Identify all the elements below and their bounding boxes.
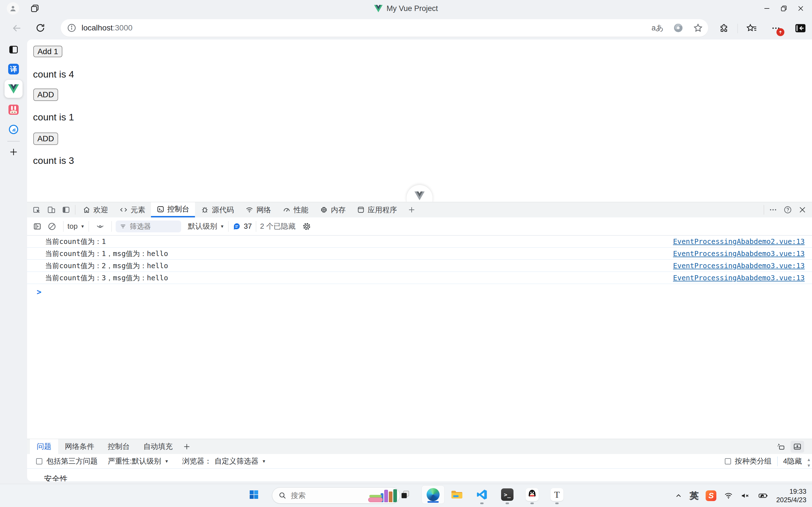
task-view-button[interactable] bbox=[398, 484, 413, 505]
battery-saver-icon[interactable] bbox=[758, 492, 769, 500]
blue-circle-app-icon[interactable] bbox=[0, 124, 27, 134]
inspect-element-icon[interactable] bbox=[29, 202, 44, 217]
source-link[interactable]: EventProcessingAbabdemo2.vue:13 bbox=[673, 237, 805, 245]
panel-layout-icon[interactable] bbox=[59, 202, 73, 217]
ime-language-indicator[interactable]: 英 bbox=[690, 490, 698, 502]
console-settings-gear-icon[interactable] bbox=[300, 222, 314, 231]
site-info-icon[interactable] bbox=[67, 23, 76, 33]
more-menu-icon[interactable] bbox=[768, 22, 784, 35]
clock-date: 2025/4/23 bbox=[776, 496, 806, 504]
devtools-more-options-icon[interactable] bbox=[766, 206, 780, 214]
add1-button[interactable]: Add 1 bbox=[33, 46, 62, 57]
console-row[interactable]: 当前count值为：1 EventProcessingAbabdemo2.vue… bbox=[27, 235, 812, 247]
wifi-tray-icon[interactable] bbox=[724, 492, 733, 500]
group-by-kind-checkbox[interactable] bbox=[725, 458, 731, 464]
live-expression-eye-icon[interactable] bbox=[93, 222, 108, 231]
translate-icon[interactable]: aあ bbox=[651, 23, 664, 33]
close-window-button[interactable] bbox=[792, 1, 809, 16]
console-row[interactable]: 当前count值为：3，msg值为：hello EventProcessingA… bbox=[27, 272, 812, 284]
swirl-discover-icon[interactable] bbox=[673, 23, 683, 33]
taskbar-edge-button[interactable] bbox=[422, 485, 445, 504]
devtools-help-icon[interactable] bbox=[780, 205, 795, 214]
back-icon[interactable] bbox=[12, 23, 22, 33]
taskbar-typora-button[interactable]: T bbox=[550, 484, 564, 505]
taskbar-terminal-button[interactable]: >_ bbox=[500, 484, 515, 505]
taskbar-qq-button[interactable] bbox=[525, 484, 539, 505]
scroll-down-icon[interactable]: ▼ bbox=[807, 463, 811, 467]
favorites-bar-icon[interactable] bbox=[746, 23, 757, 33]
hidden-messages-label[interactable]: 2 个已隐藏 bbox=[260, 221, 296, 231]
level-filter-dropdown[interactable]: 默认级别▼ bbox=[188, 221, 224, 231]
favorite-star-icon[interactable] bbox=[693, 23, 703, 33]
third-party-checkbox[interactable] bbox=[36, 458, 42, 464]
drawer-add-tab-icon[interactable] bbox=[179, 443, 194, 451]
taskbar-vscode-button[interactable] bbox=[475, 484, 489, 505]
translate-app-icon[interactable]: 译 bbox=[0, 64, 27, 74]
minimize-button[interactable] bbox=[758, 1, 775, 16]
drawer-tab-autofill[interactable]: 自动填充 bbox=[137, 439, 179, 454]
sidebar-toggle-icon[interactable] bbox=[795, 22, 806, 34]
console-message: 当前count值为：3，msg值为：hello bbox=[45, 273, 168, 283]
rabbit-app-icon[interactable] bbox=[0, 105, 27, 115]
drawer-scrollbar[interactable]: ▲▼ bbox=[807, 457, 811, 467]
add-button-2[interactable]: ADD bbox=[33, 132, 58, 145]
scroll-up-icon[interactable]: ▲ bbox=[807, 457, 811, 462]
tab-welcome[interactable]: 欢迎 bbox=[77, 202, 114, 217]
tab-network[interactable]: 网络 bbox=[239, 202, 277, 217]
console-messages: 当前count值为：1 EventProcessingAbabdemo2.vue… bbox=[27, 235, 812, 297]
taskbar-search[interactable] bbox=[272, 487, 400, 504]
filter-input[interactable] bbox=[130, 222, 172, 230]
browser-filter-value[interactable]: 自定义筛选器 bbox=[214, 456, 259, 466]
taskbar-explorer-button[interactable] bbox=[449, 484, 464, 505]
rail-add-icon[interactable] bbox=[0, 147, 27, 157]
sidebar-pane-icon[interactable] bbox=[0, 45, 27, 55]
tab-elements[interactable]: 元素 bbox=[114, 202, 151, 217]
taskbar-clock[interactable]: 19:33 2025/4/23 bbox=[776, 487, 806, 504]
source-link[interactable]: EventProcessingAbabdemo3.vue:13 bbox=[673, 249, 805, 258]
hidden-count-label[interactable]: 4隐藏 bbox=[783, 456, 802, 466]
third-party-label[interactable]: 包括第三方问题 bbox=[46, 456, 98, 466]
drawer-tab-issues[interactable]: 问题 bbox=[30, 439, 58, 454]
console-row[interactable]: 当前count值为：2，msg值为：hello EventProcessingA… bbox=[27, 260, 812, 272]
devtools-close-icon[interactable] bbox=[795, 206, 810, 214]
source-link[interactable]: EventProcessingAbabdemo3.vue:13 bbox=[673, 274, 805, 282]
clear-console-icon[interactable] bbox=[45, 222, 59, 231]
sogou-input-icon[interactable]: S bbox=[706, 490, 716, 501]
console-prompt[interactable]: > bbox=[27, 284, 812, 297]
tray-chevron-icon[interactable] bbox=[674, 492, 683, 500]
address-bar[interactable]: localhost:3000 aあ bbox=[61, 19, 708, 37]
vue-devtools-app-icon[interactable] bbox=[0, 80, 27, 98]
console-row[interactable]: 当前count值为：1，msg值为：hello EventProcessingA… bbox=[27, 247, 812, 260]
drawer-tabbar: 问题 网络条件 控制台 自动填充 bbox=[27, 439, 812, 454]
drawer-tab-console[interactable]: 控制台 bbox=[101, 439, 137, 454]
tab-application[interactable]: 应用程序 bbox=[351, 202, 402, 217]
tab-sources[interactable]: 源代码 bbox=[195, 202, 239, 217]
volume-muted-icon[interactable] bbox=[741, 492, 750, 500]
extensions-puzzle-icon[interactable] bbox=[719, 23, 729, 33]
context-selector[interactable]: top▼ bbox=[67, 222, 85, 231]
device-toolbar-icon[interactable] bbox=[44, 202, 59, 217]
active-tab[interactable]: My Vue Project bbox=[0, 0, 812, 17]
source-link[interactable]: EventProcessingAbabdemo3.vue:13 bbox=[673, 262, 805, 270]
console-filter[interactable] bbox=[116, 221, 181, 232]
start-button[interactable] bbox=[246, 484, 262, 505]
drawer-tab-network-conditions[interactable]: 网络条件 bbox=[58, 439, 101, 454]
bug-icon bbox=[201, 206, 209, 214]
search-icon bbox=[278, 492, 286, 499]
tab-memory[interactable]: 内存 bbox=[314, 202, 351, 217]
more-tabs-icon[interactable] bbox=[404, 202, 419, 217]
search-highlight-books-art bbox=[381, 489, 397, 502]
group-by-kind-label[interactable]: 按种类分组 bbox=[735, 456, 772, 466]
reload-icon[interactable] bbox=[35, 22, 46, 33]
add-button-1[interactable]: ADD bbox=[33, 89, 58, 101]
search-input[interactable] bbox=[291, 491, 356, 500]
restore-button[interactable] bbox=[775, 1, 792, 16]
url-text[interactable]: localhost:3000 bbox=[82, 23, 651, 33]
tab-performance[interactable]: 性能 bbox=[277, 202, 314, 217]
severity-dropdown[interactable]: 严重性:默认级别 bbox=[108, 456, 161, 466]
rotate-refresh-icon[interactable] bbox=[776, 442, 786, 451]
console-sidebar-icon[interactable] bbox=[30, 222, 45, 231]
issues-counter[interactable]: 37 bbox=[232, 222, 252, 231]
tab-console[interactable]: 控制台 bbox=[151, 202, 195, 217]
dock-bottom-icon[interactable] bbox=[791, 441, 804, 453]
